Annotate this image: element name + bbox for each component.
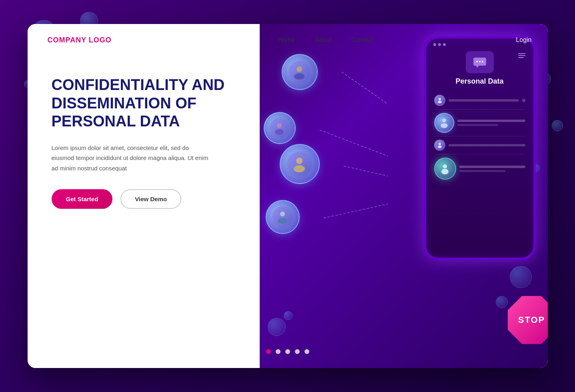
user-bubble-1	[282, 54, 318, 90]
right-section: Personal Data	[260, 24, 548, 368]
left-section: CONFIDENTIALITY AND DISSEMINATION OF PER…	[28, 24, 260, 368]
svg-point-2	[479, 61, 481, 62]
phone-label: Personal Data	[432, 77, 527, 86]
get-started-button[interactable]: Get Started	[52, 189, 113, 209]
hero-content: CONFIDENTIALITY AND DISSEMINATION OF PER…	[52, 76, 236, 352]
svg-point-3	[482, 61, 483, 62]
svg-line-22	[320, 130, 388, 156]
nav-links: Home About Contact	[136, 36, 516, 44]
svg-point-16	[275, 129, 284, 135]
phone-screen: Personal Data	[426, 49, 533, 185]
svg-point-8	[441, 123, 448, 128]
svg-point-17	[296, 158, 303, 164]
avatar-3	[287, 152, 312, 176]
hero-description: Lorem ipsum dolor sit amet, consectetur …	[52, 143, 212, 174]
pagination-dot-3[interactable]	[285, 349, 290, 354]
pagination-dot-4[interactable]	[295, 349, 300, 354]
pagination-dot-2[interactable]	[276, 349, 280, 354]
avatar-4	[272, 206, 293, 228]
svg-point-1	[476, 61, 478, 62]
top-bar: COMPANY LOGO Home About Contact Login	[28, 24, 548, 56]
avatar-2	[270, 118, 289, 138]
pagination	[266, 349, 309, 354]
login-button[interactable]: Login	[516, 36, 531, 44]
stop-octagon: STOP	[508, 296, 548, 344]
svg-point-19	[280, 212, 285, 216]
pagination-dot-5[interactable]	[305, 349, 309, 354]
svg-point-18	[294, 165, 305, 172]
svg-line-21	[342, 72, 388, 104]
user-bubble-2	[264, 112, 296, 144]
svg-point-12	[441, 169, 449, 174]
hero-title: CONFIDENTIALITY AND DISSEMINATION OF PER…	[52, 76, 236, 131]
svg-point-14	[294, 73, 305, 80]
svg-point-5	[439, 98, 441, 100]
avatar-1	[289, 61, 311, 83]
main-card: COMPANY LOGO Home About Contact Login CO…	[28, 24, 548, 368]
view-demo-button[interactable]: View Demo	[120, 189, 181, 209]
svg-point-6	[438, 101, 442, 103]
svg-marker-4	[476, 66, 479, 68]
stop-sign: STOP	[508, 296, 548, 344]
svg-line-24	[324, 204, 388, 218]
nav-about[interactable]: About	[315, 36, 332, 44]
pagination-dot-1[interactable]	[266, 349, 271, 354]
phone-body: Personal Data	[424, 36, 536, 260]
svg-point-10	[438, 146, 442, 148]
svg-point-7	[442, 118, 446, 122]
svg-point-13	[297, 66, 302, 72]
svg-point-11	[443, 164, 447, 168]
user-bubble-3	[280, 144, 320, 184]
company-logo: COMPANY LOGO	[48, 36, 136, 44]
svg-point-20	[278, 218, 287, 224]
nav-home[interactable]: Home	[278, 36, 295, 44]
nav-contact[interactable]: Contact	[352, 36, 374, 44]
user-bubble-4	[266, 200, 300, 234]
button-group: Get Started View Demo	[52, 189, 236, 209]
phone-illustration: Personal Data	[424, 36, 548, 276]
svg-point-9	[439, 143, 441, 145]
stop-text: STOP	[518, 315, 545, 325]
svg-point-15	[277, 123, 282, 128]
svg-line-23	[344, 166, 388, 176]
